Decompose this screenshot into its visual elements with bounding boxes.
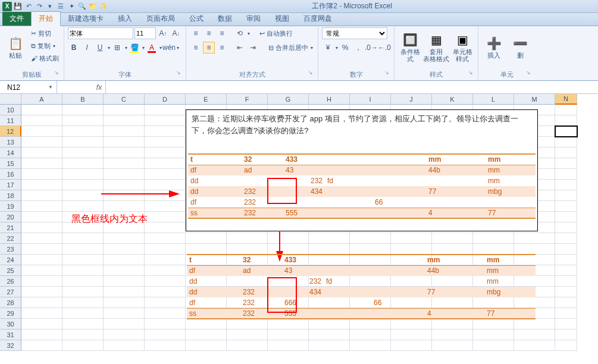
cell[interactable] <box>555 276 577 287</box>
redo-icon[interactable]: ↷ <box>35 2 44 11</box>
cell[interactable] <box>104 308 145 319</box>
row-header[interactable]: 14 <box>0 148 21 158</box>
cell[interactable] <box>555 190 577 201</box>
cell[interactable] <box>104 297 145 308</box>
cell[interactable] <box>145 158 186 169</box>
select-all-corner[interactable] <box>0 94 21 105</box>
cell[interactable] <box>555 169 577 180</box>
row-header[interactable]: 13 <box>0 137 21 148</box>
cell[interactable] <box>104 319 145 330</box>
cell[interactable] <box>555 105 577 115</box>
tab-data[interactable]: 数据 <box>211 12 239 26</box>
increase-decimal-icon[interactable]: .0→ <box>365 42 377 54</box>
cell[interactable] <box>62 244 104 255</box>
tab-newtab[interactable]: 新建选项卡 <box>61 12 111 26</box>
cell[interactable] <box>391 340 432 351</box>
orientation-icon[interactable]: ⟲ <box>234 27 246 39</box>
cell[interactable] <box>21 115 62 126</box>
wrap-text-button[interactable]: ↩自动换行 <box>258 27 294 39</box>
cell[interactable] <box>21 222 62 233</box>
col-header[interactable]: N <box>555 94 577 105</box>
cell[interactable] <box>21 190 62 201</box>
cell[interactable] <box>62 287 104 297</box>
font-color-button[interactable]: A <box>146 42 158 54</box>
cell[interactable] <box>186 319 227 330</box>
col-header[interactable]: D <box>145 94 186 105</box>
cell[interactable] <box>555 222 577 233</box>
cell[interactable] <box>514 319 555 330</box>
cell[interactable] <box>21 255 62 265</box>
cell[interactable] <box>473 244 514 255</box>
cell[interactable] <box>473 319 514 330</box>
cell[interactable] <box>555 319 577 330</box>
insert-cells-button[interactable]: ➕插入 <box>482 27 506 67</box>
cell[interactable] <box>391 330 432 340</box>
cell[interactable] <box>309 319 350 330</box>
name-box[interactable]: N12▼ <box>0 81 57 93</box>
conditional-format-button[interactable]: 🔲条件格式 <box>398 27 422 67</box>
cell[interactable] <box>62 137 104 148</box>
qat-folder-icon[interactable]: 📁 <box>88 2 98 11</box>
cell[interactable] <box>145 330 186 340</box>
qat-dropdown-icon[interactable]: ▾ <box>45 2 55 11</box>
tab-baidu[interactable]: 百度网盘 <box>296 12 339 26</box>
cell[interactable] <box>555 201 577 212</box>
comma-icon[interactable]: , <box>352 42 364 54</box>
cell[interactable] <box>62 126 104 137</box>
increase-font-icon[interactable]: A↑ <box>157 27 169 39</box>
cell[interactable] <box>432 233 473 244</box>
cell[interactable] <box>62 297 104 308</box>
cell[interactable] <box>104 115 145 126</box>
align-bottom-icon[interactable]: ≡ <box>216 27 228 39</box>
phonetic-button[interactable]: wén <box>163 42 175 54</box>
cell-styles-button[interactable]: ▣单元格样式 <box>450 27 474 67</box>
cell[interactable] <box>186 340 227 351</box>
cell[interactable] <box>514 233 555 244</box>
currency-icon[interactable]: ¥ <box>322 42 334 54</box>
row-header[interactable]: 21 <box>0 222 21 233</box>
cell[interactable] <box>268 330 309 340</box>
cell[interactable] <box>21 126 62 137</box>
cell[interactable] <box>104 169 145 180</box>
undo-icon[interactable]: ↶ <box>24 2 33 11</box>
cell[interactable] <box>21 287 62 297</box>
fx-icon[interactable]: fx <box>93 81 106 93</box>
cell[interactable] <box>555 244 577 255</box>
row-header[interactable]: 19 <box>0 201 21 212</box>
cell[interactable] <box>21 340 62 351</box>
cell[interactable] <box>104 265 145 276</box>
cell[interactable] <box>62 105 104 115</box>
cell[interactable] <box>145 233 186 244</box>
row-header[interactable]: 23 <box>0 244 21 255</box>
col-header[interactable]: J <box>391 94 432 105</box>
cell[interactable] <box>104 244 145 255</box>
cell[interactable] <box>104 340 145 351</box>
col-header[interactable]: M <box>514 94 555 105</box>
cell[interactable] <box>21 330 62 340</box>
cell[interactable] <box>145 308 186 319</box>
cell[interactable] <box>227 244 268 255</box>
cell[interactable] <box>21 319 62 330</box>
cell[interactable] <box>62 276 104 287</box>
cell[interactable] <box>309 233 350 244</box>
row-header[interactable]: 11 <box>0 115 21 126</box>
cell[interactable] <box>555 330 577 340</box>
col-header[interactable]: L <box>473 94 514 105</box>
row-header[interactable]: 28 <box>0 297 21 308</box>
cell[interactable] <box>145 244 186 255</box>
row-header[interactable]: 22 <box>0 233 21 244</box>
save-icon[interactable]: 💾 <box>13 2 23 11</box>
cell[interactable] <box>350 244 391 255</box>
cell[interactable] <box>432 244 473 255</box>
cell[interactable] <box>62 115 104 126</box>
tab-formulas[interactable]: 公式 <box>182 12 211 26</box>
row-header[interactable]: 26 <box>0 276 21 287</box>
cell[interactable] <box>350 319 391 330</box>
tab-layout[interactable]: 页面布局 <box>139 12 182 26</box>
font-size-combo[interactable] <box>134 27 156 39</box>
cell[interactable] <box>62 255 104 265</box>
cell[interactable] <box>555 308 577 319</box>
cell[interactable] <box>555 212 577 222</box>
cell[interactable] <box>145 255 186 265</box>
cell[interactable] <box>62 158 104 169</box>
